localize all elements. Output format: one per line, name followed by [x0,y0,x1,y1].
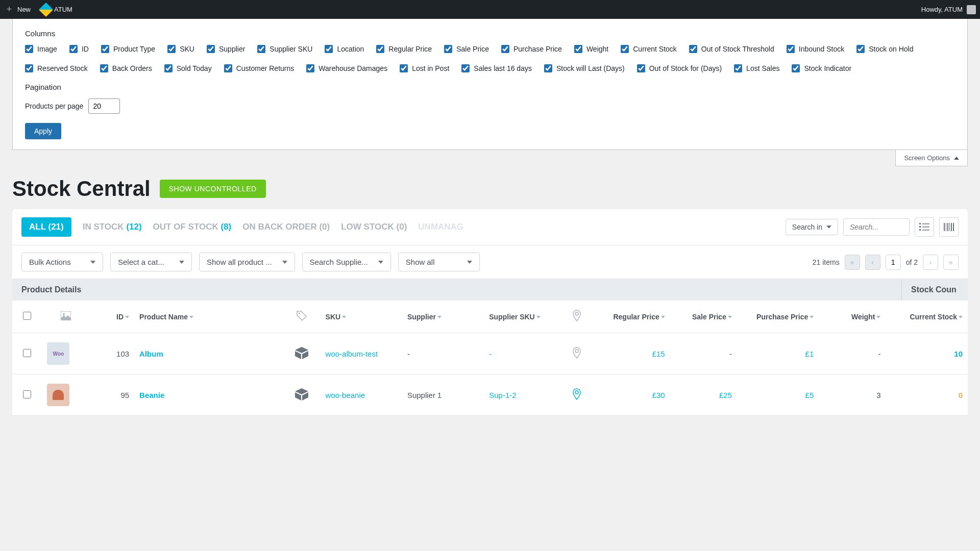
column-checkbox[interactable]: Inbound Stock [787,45,845,53]
checkbox-input[interactable] [787,45,795,53]
show-uncontrolled-button[interactable]: SHOW UNCONTROLLED [160,180,266,198]
checkbox-input[interactable] [444,45,452,53]
checkbox-input[interactable] [100,64,108,72]
admin-bar-right[interactable]: Howdy, ATUM [921,5,976,14]
checkbox-input[interactable] [25,45,33,53]
column-checkbox[interactable]: Product Type [101,45,155,53]
prev-page-button[interactable]: ‹ [865,255,880,270]
column-checkbox[interactable]: Image [25,45,57,53]
col-location[interactable] [558,300,596,333]
regular-price[interactable]: £30 [652,391,665,399]
checkbox-input[interactable] [461,64,470,72]
last-page-button[interactable]: » [943,255,959,270]
checkbox-input[interactable] [856,45,865,53]
col-regular-price[interactable]: Regular Price [596,300,670,333]
tab-all[interactable]: ALL (21) [21,217,71,237]
col-sale-price[interactable]: Sale Price [670,300,737,333]
checkbox-input[interactable] [544,64,552,72]
barcode-view-button[interactable] [939,217,959,237]
checkbox-input[interactable] [637,64,645,72]
col-type[interactable] [283,300,321,333]
checkbox-input[interactable] [376,45,384,53]
screen-options-tab[interactable]: Screen Options [895,150,968,166]
search-in-dropdown[interactable]: Search in [786,219,838,235]
location-cell[interactable] [558,333,596,374]
first-page-button[interactable]: « [845,255,860,270]
checkbox-input[interactable] [792,64,800,72]
col-product-name[interactable]: Product Name [134,300,283,333]
checkbox-input[interactable] [207,45,215,53]
checkbox-input[interactable] [306,64,314,72]
show-all-select[interactable]: Show all [398,253,480,271]
new-button[interactable]: + New [4,5,31,15]
col-supplier[interactable]: Supplier [402,300,484,333]
checkbox-input[interactable] [69,45,78,53]
column-checkbox[interactable]: ID [69,45,89,53]
page-input[interactable] [886,255,901,270]
column-checkbox[interactable]: Customer Returns [224,64,295,72]
col-sku[interactable]: SKU [321,300,402,333]
select-all-checkbox[interactable] [23,312,31,320]
tab-in-stock[interactable]: IN STOCK (12) [83,222,142,232]
column-checkbox[interactable]: Regular Price [376,45,432,53]
sale-price[interactable]: - [670,333,737,374]
column-checkbox[interactable]: Sold Today [164,64,212,72]
checkbox-input[interactable] [501,45,509,53]
column-checkbox[interactable]: Location [325,45,364,53]
tab-unmanaged[interactable]: UNMANAG [418,222,463,232]
column-checkbox[interactable]: Lost Sales [734,64,779,72]
product-name-link[interactable]: Album [139,349,163,358]
sku-link[interactable]: woo-album-test [326,349,378,358]
checkbox-input[interactable] [224,64,232,72]
col-current-stock[interactable]: Current Stock [886,300,968,333]
column-checkbox[interactable]: Out of Stock for (Days) [637,64,722,72]
product-name-link[interactable]: Beanie [139,391,164,399]
tab-low-stock[interactable]: LOW STOCK (0) [341,222,407,232]
regular-price[interactable]: £15 [652,349,665,358]
checkbox-input[interactable] [25,64,33,72]
column-checkbox[interactable]: Stock will Last (Days) [544,64,625,72]
checkbox-input[interactable] [101,45,109,53]
column-checkbox[interactable]: Warehouse Damages [306,64,387,72]
checkbox-input[interactable] [621,45,629,53]
column-checkbox[interactable]: Reserved Stock [25,64,88,72]
cell-supplier-sku[interactable]: Sup-1-2 [484,374,558,416]
row-checkbox[interactable] [23,349,31,357]
column-checkbox[interactable]: Purchase Price [501,45,562,53]
column-checkbox[interactable]: Lost in Post [400,64,449,72]
column-checkbox[interactable]: Stock on Hold [856,45,913,53]
search-input[interactable] [843,218,910,236]
column-checkbox[interactable]: Weight [574,45,608,53]
current-stock[interactable]: 10 [954,349,963,358]
product-type-select[interactable]: Show all product ... [199,253,295,271]
list-view-button[interactable] [915,217,934,237]
supplier-select[interactable]: Search Supplie... [302,253,391,271]
bulk-actions-select[interactable]: Bulk Actions [21,253,103,271]
row-checkbox[interactable] [23,390,31,398]
column-checkbox[interactable]: Out of Stock Threshold [689,45,774,53]
checkbox-input[interactable] [325,45,333,53]
category-select[interactable]: Select a cat... [110,253,192,271]
column-checkbox[interactable]: Sales last 16 days [461,64,532,72]
column-checkbox[interactable]: Sale Price [444,45,489,53]
checkbox-input[interactable] [734,64,742,72]
tab-out-of-stock[interactable]: OUT OF STOCK (8) [153,222,232,232]
checkbox-input[interactable] [164,64,173,72]
purchase-price[interactable]: £1 [805,349,814,358]
checkbox-input[interactable] [257,45,265,53]
sku-link[interactable]: woo-beanie [326,391,365,399]
checkbox-input[interactable] [167,45,176,53]
column-checkbox[interactable]: Back Orders [100,64,152,72]
location-cell[interactable] [558,374,596,416]
col-id[interactable]: ID [90,300,134,333]
col-purchase-price[interactable]: Purchase Price [737,300,819,333]
checkbox-input[interactable] [400,64,408,72]
atum-menu[interactable]: ATUM [41,5,72,15]
apply-button[interactable]: Apply [25,123,61,139]
next-page-button[interactable]: › [923,255,938,270]
column-checkbox[interactable]: SKU [167,45,194,53]
col-weight[interactable]: Weight [819,300,886,333]
column-checkbox[interactable]: Supplier [207,45,245,53]
purchase-price[interactable]: £5 [805,391,814,399]
cell-supplier-sku[interactable]: - [484,333,558,374]
